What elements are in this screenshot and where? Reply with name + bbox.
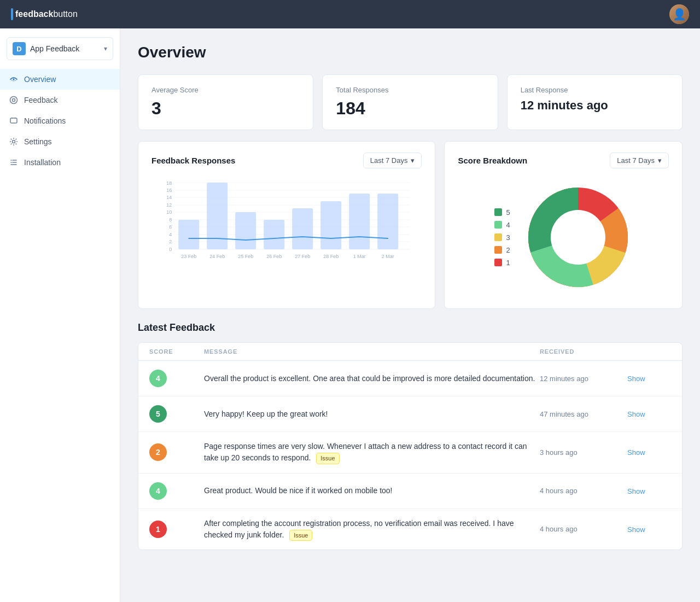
legend-dot-5 bbox=[494, 208, 502, 216]
metrics-row: Average Score 3 Total Responses 184 Last… bbox=[138, 74, 682, 130]
settings-icon bbox=[9, 137, 19, 147]
sidebar-label-installation: Installation bbox=[24, 158, 61, 167]
installation-icon bbox=[9, 157, 19, 167]
sidebar-navigation: Overview Feedback bbox=[0, 69, 120, 173]
feedback-table: SCORE MESSAGE RECEIVED 4 Overall the pro… bbox=[138, 342, 682, 550]
app-selector[interactable]: D App Feedback ▾ bbox=[7, 37, 113, 60]
metric-card-total-responses: Total Responses 184 bbox=[322, 74, 498, 130]
svg-text:2 Mar: 2 Mar bbox=[382, 254, 394, 259]
donut-chart-filter[interactable]: Last 7 Days ▾ bbox=[610, 153, 669, 168]
sidebar-item-installation[interactable]: Installation bbox=[0, 152, 120, 173]
svg-point-4 bbox=[13, 141, 15, 143]
received-cell: 12 minutes ago bbox=[540, 375, 627, 383]
sidebar-item-overview[interactable]: Overview bbox=[0, 69, 120, 90]
sidebar-item-feedback[interactable]: Feedback bbox=[0, 90, 120, 110]
sidebar-label-notifications: Notifications bbox=[24, 116, 66, 125]
table-row: 4 Great product. Would be nice if it wor… bbox=[138, 474, 682, 509]
action-cell: Show bbox=[627, 524, 671, 534]
svg-rect-30 bbox=[320, 201, 341, 249]
received-cell: 3 hours ago bbox=[540, 448, 627, 457]
legend-item-1: 1 bbox=[494, 259, 510, 267]
svg-text:12: 12 bbox=[166, 202, 172, 208]
show-link[interactable]: Show bbox=[627, 487, 645, 495]
svg-text:25 Feb: 25 Feb bbox=[238, 254, 253, 259]
action-cell: Show bbox=[627, 409, 671, 419]
message-cell: Page response times are very slow. Whene… bbox=[204, 441, 540, 464]
issue-tag: Issue bbox=[316, 453, 339, 464]
feedback-responses-chart: Feedback Responses Last 7 Days ▾ 18 16 1… bbox=[138, 141, 435, 309]
score-badge-2: 2 bbox=[149, 443, 167, 461]
svg-text:14: 14 bbox=[166, 195, 172, 200]
svg-text:27 Feb: 27 Feb bbox=[295, 254, 310, 259]
received-cell: 4 hours ago bbox=[540, 525, 627, 533]
app-name: App Feedback bbox=[30, 44, 79, 53]
latest-feedback-title: Latest Feedback bbox=[138, 322, 682, 334]
app-selector-left: D App Feedback bbox=[13, 42, 79, 55]
legend-label-4: 4 bbox=[506, 221, 510, 229]
message-cell: Very happy! Keep up the great work! bbox=[204, 408, 540, 420]
svg-rect-25 bbox=[178, 220, 199, 249]
svg-rect-28 bbox=[264, 220, 284, 249]
show-link[interactable]: Show bbox=[627, 410, 645, 418]
svg-point-46 bbox=[551, 210, 605, 265]
show-link[interactable]: Show bbox=[627, 525, 645, 534]
svg-text:28 Feb: 28 Feb bbox=[323, 254, 339, 259]
show-link[interactable]: Show bbox=[627, 448, 645, 457]
chart-title-bar: Feedback Responses bbox=[151, 156, 235, 165]
svg-text:1 Mar: 1 Mar bbox=[353, 254, 366, 259]
action-cell: Show bbox=[627, 447, 671, 457]
score-cell: 1 bbox=[149, 521, 204, 538]
bar-chart-filter[interactable]: Last 7 Days ▾ bbox=[363, 153, 422, 168]
message-cell: Overall the product is excellent. One ar… bbox=[204, 373, 540, 384]
legend-label-5: 5 bbox=[506, 208, 510, 217]
show-link[interactable]: Show bbox=[627, 375, 645, 383]
legend-dot-2 bbox=[494, 246, 502, 254]
legend-dot-4 bbox=[494, 221, 502, 229]
sidebar-label-overview: Overview bbox=[24, 75, 56, 84]
legend-label-3: 3 bbox=[506, 233, 510, 242]
metric-card-avg-score: Average Score 3 bbox=[138, 74, 313, 130]
table-row: 5 Very happy! Keep up the great work! 47… bbox=[138, 396, 682, 432]
bar-chart-svg: 18 16 14 12 10 8 6 4 2 0 bbox=[151, 177, 422, 297]
chevron-icon: ▾ bbox=[411, 156, 415, 165]
chevron-icon-donut: ▾ bbox=[658, 156, 662, 165]
page-title: Overview bbox=[138, 44, 682, 61]
sidebar-item-notifications[interactable]: Notifications bbox=[0, 110, 120, 131]
legend-item-2: 2 bbox=[494, 246, 510, 254]
metric-label-total-responses: Total Responses bbox=[336, 86, 484, 94]
donut-area: 5 4 3 2 bbox=[458, 177, 669, 297]
legend-dot-3 bbox=[494, 233, 502, 241]
svg-rect-31 bbox=[349, 194, 370, 249]
donut-svg bbox=[523, 183, 633, 292]
svg-text:6: 6 bbox=[169, 224, 172, 230]
avatar[interactable] bbox=[669, 4, 689, 24]
legend-item-4: 4 bbox=[494, 221, 510, 229]
logo: feedbackbutton bbox=[11, 8, 78, 20]
svg-point-1 bbox=[10, 97, 18, 104]
app-layout: D App Feedback ▾ Overview bbox=[0, 28, 700, 602]
sidebar-item-settings[interactable]: Settings bbox=[0, 131, 120, 152]
message-cell: Great product. Would be nice if it worke… bbox=[204, 485, 540, 496]
score-badge-1: 1 bbox=[149, 521, 167, 538]
score-badge-4: 4 bbox=[149, 370, 167, 387]
svg-text:2: 2 bbox=[169, 239, 172, 244]
svg-point-2 bbox=[13, 99, 15, 102]
avatar-image bbox=[669, 4, 689, 24]
overview-icon bbox=[9, 74, 19, 84]
col-message: MESSAGE bbox=[204, 348, 540, 355]
logo-text: feedbackbutton bbox=[15, 9, 78, 19]
table-row: 4 Overall the product is excellent. One … bbox=[138, 361, 682, 396]
svg-text:23 Feb: 23 Feb bbox=[181, 254, 196, 259]
legend-label-2: 2 bbox=[506, 246, 510, 254]
issue-tag: Issue bbox=[289, 530, 312, 541]
table-row: 2 Page response times are very slow. Whe… bbox=[138, 432, 682, 474]
legend-label-1: 1 bbox=[506, 259, 510, 267]
received-cell: 4 hours ago bbox=[540, 487, 627, 495]
chart-header-donut: Score Breakdown Last 7 Days ▾ bbox=[458, 153, 669, 168]
received-cell: 47 minutes ago bbox=[540, 410, 627, 418]
svg-text:10: 10 bbox=[166, 209, 172, 215]
col-action bbox=[627, 348, 671, 355]
svg-text:18: 18 bbox=[166, 180, 172, 186]
score-cell: 2 bbox=[149, 443, 204, 461]
metric-value-last-response: 12 minutes ago bbox=[521, 98, 669, 113]
